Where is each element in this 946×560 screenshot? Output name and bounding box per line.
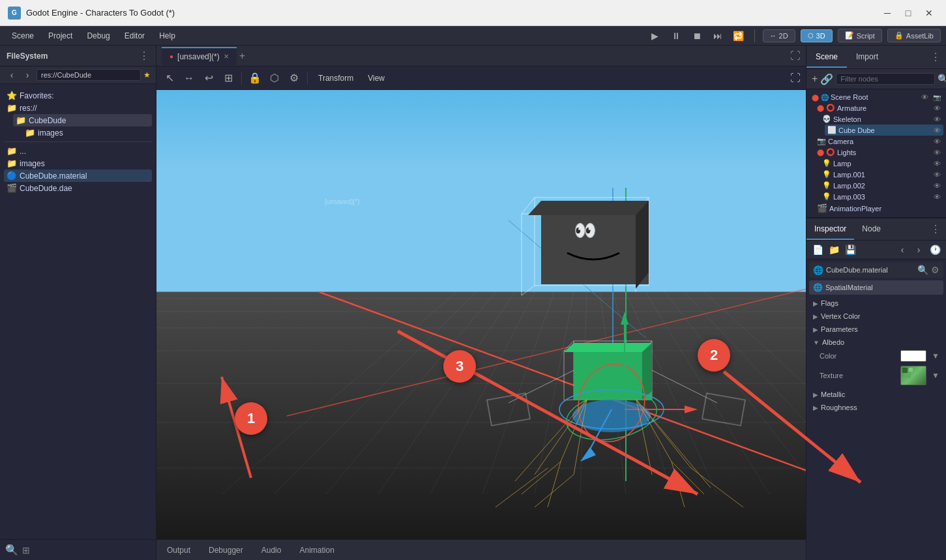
- menu-editor[interactable]: Editor: [118, 29, 151, 43]
- flags-header[interactable]: ▶ Flags: [809, 297, 943, 309]
- scene-item-lamp001[interactable]: 💡 Lamp.001 👁: [820, 169, 943, 180]
- menu-scene[interactable]: Scene: [5, 29, 40, 43]
- move-tool-button[interactable]: ↔: [181, 70, 197, 86]
- audio-tab[interactable]: Audio: [259, 543, 284, 557]
- inspector-back-button[interactable]: ‹: [895, 243, 909, 256]
- metallic-header[interactable]: ▶ Metallic: [809, 389, 943, 400]
- settings-button[interactable]: ⚙: [286, 70, 302, 86]
- node-tab[interactable]: Node: [854, 219, 889, 240]
- scene-item-animationplayer[interactable]: 🎬 AnimationPlayer: [814, 202, 943, 214]
- inspector-history-prev[interactable]: 📄: [810, 243, 825, 256]
- maximize-button[interactable]: □: [899, 7, 917, 20]
- lock-button[interactable]: 🔒: [247, 70, 263, 86]
- close-button[interactable]: ✕: [920, 7, 938, 20]
- fs-material-file[interactable]: 🔵 CubeDube.material: [4, 169, 152, 182]
- lights-eye[interactable]: 👁: [934, 149, 941, 156]
- viewport-tab[interactable]: ● [unsaved](*) ✕: [162, 47, 237, 65]
- select-tool-button[interactable]: ↖: [162, 70, 177, 86]
- debugger-tab[interactable]: Debugger: [206, 543, 246, 557]
- scene-tab[interactable]: Scene: [806, 47, 847, 68]
- vertex-color-header[interactable]: ▶ Vertex Color: [809, 310, 943, 322]
- fullscreen-button[interactable]: ⛶: [790, 72, 801, 84]
- viewport-3d[interactable]: 👀: [156, 90, 806, 539]
- animation-tab[interactable]: Animation: [297, 543, 336, 557]
- play-button[interactable]: ▶: [647, 29, 663, 43]
- snap-button[interactable]: ⬡: [267, 70, 282, 86]
- add-tab-button[interactable]: +: [239, 50, 245, 62]
- scene-item-lights[interactable]: ⬤ ⭕ Lights 👁: [814, 147, 943, 158]
- minimize-button[interactable]: ─: [878, 7, 896, 20]
- skeleton-eye[interactable]: 👁: [934, 115, 941, 123]
- add-node-button[interactable]: +: [812, 72, 818, 86]
- parameters-header[interactable]: ▶ Parameters: [809, 323, 943, 335]
- inspector-menu-button[interactable]: ⋮: [925, 223, 946, 235]
- roughness-header[interactable]: ▶ Roughness: [809, 402, 943, 413]
- menu-help[interactable]: Help: [153, 29, 182, 43]
- link-button[interactable]: 🔗: [820, 72, 833, 86]
- scene-item-cube-dube[interactable]: ⬜ Cube Dube 👁: [825, 125, 943, 136]
- btn-2d[interactable]: ↔ 2D: [763, 29, 795, 42]
- fs-dae-file[interactable]: 🎬 CubeDude.dae: [4, 182, 152, 194]
- lamp003-eye[interactable]: 👁: [934, 193, 941, 201]
- spatial-material-row[interactable]: 🌐 SpatialMaterial: [809, 280, 943, 295]
- fs-parent-dir[interactable]: 📁 ...: [4, 145, 152, 157]
- texture-dropdown[interactable]: ▼: [932, 371, 939, 380]
- fs-cubedude-folder[interactable]: 📁 CubeDude: [13, 114, 152, 126]
- color-dropdown[interactable]: ▼: [932, 351, 939, 361]
- color-swatch[interactable]: [900, 350, 926, 362]
- view-label[interactable]: View: [362, 74, 390, 83]
- filter-nodes-input[interactable]: [836, 73, 935, 85]
- import-tab[interactable]: Import: [847, 47, 887, 68]
- scene-search-button[interactable]: 🔍: [938, 74, 946, 84]
- fs-search-button[interactable]: 🔍: [5, 544, 18, 556]
- rotate-tool-button[interactable]: ↩: [201, 70, 216, 86]
- scene-item-lamp[interactable]: 💡 Lamp 👁: [820, 158, 943, 169]
- filesystem-menu-button[interactable]: ⋮: [139, 50, 149, 62]
- fs-path[interactable]: res://CubeDude: [37, 69, 141, 81]
- pause-button[interactable]: ⏸: [668, 29, 684, 43]
- fs-grid-view-button[interactable]: ⊞: [22, 545, 30, 555]
- fs-res-item[interactable]: 📁 res://: [4, 102, 152, 114]
- armature-eye[interactable]: 👁: [934, 104, 941, 112]
- btn-3d[interactable]: ⬡ 3D: [801, 29, 833, 42]
- output-tab[interactable]: Output: [164, 543, 193, 557]
- material-tools-button[interactable]: ⚙: [931, 265, 939, 275]
- material-search-button[interactable]: 🔍: [917, 265, 928, 275]
- step-button[interactable]: ⏭: [710, 29, 726, 43]
- fs-favorite-button[interactable]: ★: [143, 70, 151, 80]
- scale-tool-button[interactable]: ⊞: [220, 70, 236, 86]
- lamp-eye[interactable]: 👁: [934, 160, 941, 168]
- albedo-header[interactable]: ▼ Albedo: [809, 336, 943, 348]
- scene-menu-button[interactable]: ⋮: [925, 51, 946, 63]
- fs-images-dir[interactable]: 📁 images: [4, 157, 152, 169]
- scene-root-eye[interactable]: 👁: [921, 93, 928, 101]
- close-tab-button[interactable]: ✕: [224, 53, 229, 60]
- tab-fullscreen-button[interactable]: ⛶: [790, 50, 801, 62]
- scene-item-armature[interactable]: ⬤ ⭕ Armature 👁: [814, 102, 943, 113]
- fs-forward-button[interactable]: ›: [21, 70, 34, 80]
- menu-project[interactable]: Project: [42, 29, 79, 43]
- scene-item-lamp002[interactable]: 💡 Lamp.002 👁: [820, 180, 943, 191]
- loop-button[interactable]: 🔁: [731, 29, 746, 43]
- inspector-folder-button[interactable]: 📁: [827, 243, 841, 256]
- btn-script[interactable]: 📝 Script: [838, 29, 882, 42]
- fs-back-button[interactable]: ‹: [5, 70, 18, 80]
- scene-item-root[interactable]: ⬤ 🌐 Scene Root 👁 📷: [809, 92, 943, 102]
- stop-button[interactable]: ⏹: [689, 29, 705, 43]
- scene-item-lamp003[interactable]: 💡 Lamp.003 👁: [820, 191, 943, 202]
- cubedube-eye[interactable]: 👁: [934, 126, 941, 134]
- inspector-tab[interactable]: Inspector: [806, 219, 854, 240]
- inspector-save-button[interactable]: 💾: [843, 243, 857, 256]
- transform-label[interactable]: Transform: [313, 74, 359, 83]
- scene-item-skeleton[interactable]: 💀 Skeleton 👁: [820, 113, 943, 125]
- btn-assetlib[interactable]: 🔒 AssetLib: [887, 29, 941, 42]
- fs-images-folder[interactable]: 📁 images: [22, 126, 152, 139]
- camera-eye[interactable]: 👁: [934, 138, 941, 145]
- lamp001-eye[interactable]: 👁: [934, 171, 941, 179]
- menu-debug[interactable]: Debug: [80, 29, 116, 43]
- texture-thumbnail[interactable]: [900, 366, 926, 385]
- inspector-history-button[interactable]: 🕐: [928, 243, 942, 256]
- inspector-forward-button[interactable]: ›: [911, 243, 926, 256]
- scene-item-camera[interactable]: 📷 Camera 👁: [814, 136, 943, 147]
- lamp002-eye[interactable]: 👁: [934, 182, 941, 190]
